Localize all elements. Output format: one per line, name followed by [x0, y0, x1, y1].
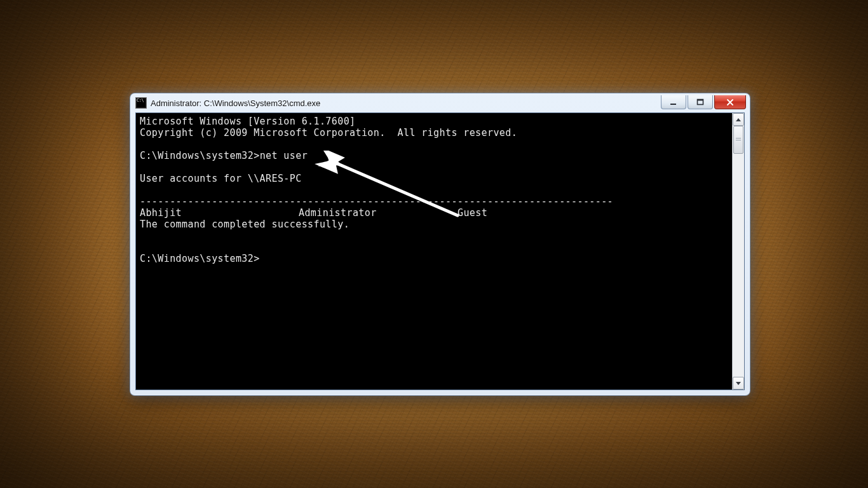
- user-name: Guest: [458, 207, 616, 219]
- cmd-window: Administrator: C:\Windows\System32\cmd.e…: [130, 93, 750, 396]
- close-button[interactable]: [714, 95, 746, 109]
- scroll-down-icon: [736, 382, 741, 385]
- titlebar[interactable]: Administrator: C:\Windows\System32\cmd.e…: [130, 93, 750, 112]
- window-controls: [661, 95, 746, 109]
- window-title: Administrator: C:\Windows\System32\cmd.e…: [151, 98, 320, 108]
- scroll-thumb[interactable]: [733, 126, 743, 154]
- scroll-track[interactable]: [733, 126, 744, 377]
- minimize-icon: [670, 98, 677, 106]
- maximize-icon: [696, 98, 704, 106]
- user-name: Administrator: [299, 207, 458, 219]
- output-separator: ----------------------------------------…: [140, 196, 613, 207]
- user-accounts-row: AbhijitAdministratorGuest: [140, 207, 616, 219]
- vertical-scrollbar[interactable]: [732, 113, 744, 390]
- svg-rect-0: [670, 104, 676, 105]
- banner-line: Copyright (c) 2009 Microsoft Corporation…: [140, 127, 517, 139]
- minimize-button[interactable]: [661, 95, 686, 109]
- prompt: C:\Windows\system32>: [140, 150, 260, 161]
- prompt: C:\Windows\system32>: [140, 253, 260, 264]
- close-icon: [726, 98, 735, 106]
- cmd-icon: [135, 97, 147, 109]
- output-status: The command completed successfully.: [140, 219, 349, 230]
- scroll-up-button[interactable]: [733, 113, 744, 126]
- user-name: Abhijit: [140, 207, 299, 219]
- client-area: Microsoft Windows [Version 6.1.7600] Cop…: [135, 112, 745, 390]
- maximize-button[interactable]: [688, 95, 713, 109]
- scroll-down-button[interactable]: [733, 377, 744, 390]
- output-header: User accounts for \\ARES-PC: [140, 173, 302, 184]
- scroll-up-icon: [736, 118, 741, 121]
- typed-command: net user: [260, 150, 308, 161]
- banner-line: Microsoft Windows [Version 6.1.7600]: [140, 116, 356, 127]
- svg-rect-2: [698, 99, 703, 100]
- terminal-output[interactable]: Microsoft Windows [Version 6.1.7600] Cop…: [136, 113, 732, 390]
